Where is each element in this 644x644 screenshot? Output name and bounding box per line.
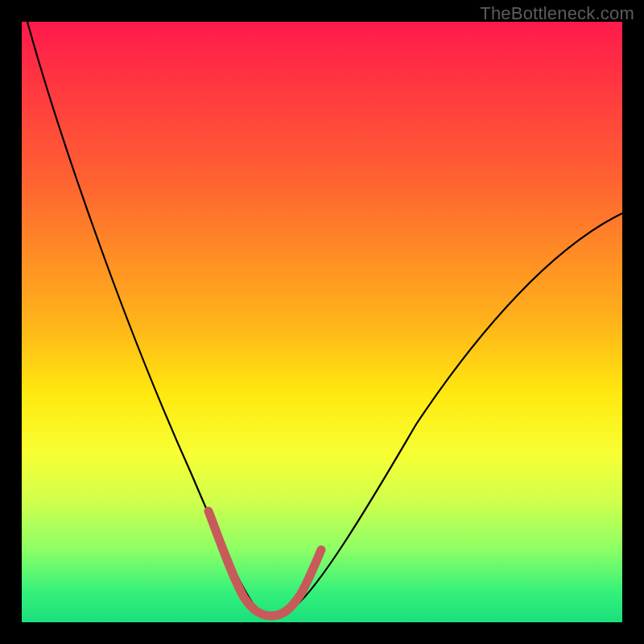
bottleneck-curve	[27, 22, 622, 614]
chart-plot-area	[22, 22, 622, 622]
chart-svg	[22, 22, 622, 622]
watermark-text: TheBottleneck.com	[480, 3, 634, 24]
chart-frame: TheBottleneck.com	[0, 0, 644, 644]
bottleneck-range-highlight	[208, 511, 321, 616]
